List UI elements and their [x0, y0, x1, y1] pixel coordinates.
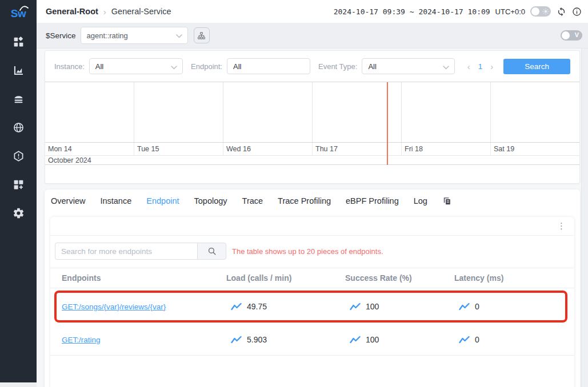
endpoint-link[interactable]: GET:/rating — [62, 336, 101, 344]
instance-filter-value: All — [95, 62, 103, 71]
sun-icon — [542, 8, 549, 15]
bar-chart-icon — [13, 64, 25, 76]
sidebar-item-alerting[interactable] — [0, 142, 37, 170]
breadcrumb-separator: › — [103, 7, 106, 17]
endpoint-list-card: ⋮ The table shows up to 20 pieces of end… — [50, 217, 574, 387]
timeline-grid — [45, 82, 579, 142]
tab-topology[interactable]: Topology — [194, 196, 227, 205]
scrollbar[interactable] — [581, 49, 588, 387]
event-filter-row: Instance: All Endpoint: Event Type: All … — [45, 51, 579, 74]
globe-icon — [13, 122, 25, 134]
event-search-button[interactable]: Search — [503, 59, 570, 74]
skywalking-app: Sw — [0, 0, 588, 387]
endpoint-card-header: ⋮ — [50, 217, 574, 236]
column-endpoints: Endpoints — [62, 273, 226, 283]
latency-value: 0 — [475, 335, 479, 344]
sidebar-footer — [0, 382, 37, 387]
trend-chart-icon[interactable] — [459, 336, 470, 344]
header-controls: 2024-10-17 09:39 ~ 2024-10-17 10:09 UTC+… — [334, 6, 582, 17]
tab-endpoint[interactable]: Endpoint — [146, 196, 179, 205]
trend-chart-icon[interactable] — [350, 336, 361, 344]
refresh-button[interactable] — [556, 6, 566, 17]
load-value: 49.75 — [247, 302, 267, 311]
copy-icon — [442, 196, 452, 206]
timeline-day-label: Tue 15 — [134, 143, 223, 155]
pager-next-button[interactable]: › — [490, 62, 493, 71]
endpoint-table-header: Endpoints Load (calls / min) Success Rat… — [50, 268, 574, 288]
timeline-day-labels: Mon 14 Tue 15 Wed 16 Thu 17 Fri 18 Sat 1… — [45, 142, 579, 155]
latency-cell: 0 — [454, 335, 574, 344]
search-icon — [207, 247, 217, 256]
timeline-cell — [490, 82, 579, 142]
endpoint-search-button[interactable] — [197, 243, 226, 260]
trend-chart-icon[interactable] — [231, 303, 242, 311]
more-options-button[interactable]: ⋮ — [557, 220, 566, 232]
refresh-icon — [557, 7, 566, 17]
timeline-day-label: Wed 16 — [223, 143, 312, 155]
tab-log[interactable]: Log — [414, 196, 427, 205]
timeline-current-time-marker — [387, 82, 388, 165]
service-bar: $Service agent::rating V — [37, 23, 588, 49]
load-cell: 49.75 — [226, 302, 345, 311]
trend-chart-icon[interactable] — [459, 303, 470, 311]
timeline-cell — [223, 82, 312, 142]
sidebar-item-service-mesh[interactable] — [0, 113, 37, 142]
event-timeline-chart[interactable]: Mon 14 Tue 15 Wed 16 Thu 17 Fri 18 Sat 1… — [45, 82, 579, 165]
tab-trace[interactable]: Trace — [242, 196, 263, 205]
timeline-day-label: Mon 14 — [45, 143, 134, 155]
table-row: GET:/rating 5.903 100 0 — [50, 324, 574, 355]
timeline-cell — [401, 82, 490, 142]
tab-instance[interactable]: Instance — [100, 196, 131, 205]
endpoint-link[interactable]: GET:/songs/{var}/reviews/{var} — [62, 303, 166, 311]
endpoint-filter-input[interactable] — [227, 58, 310, 74]
version-toggle-label: V — [575, 31, 579, 38]
endpoint-search-input[interactable] — [55, 243, 197, 260]
sidebar-item-dashboards[interactable] — [0, 27, 37, 56]
trend-chart-icon[interactable] — [350, 303, 361, 311]
sidebar-item-general-service[interactable] — [0, 56, 37, 84]
latency-value: 0 — [475, 302, 479, 311]
main-content: Instance: All Endpoint: Event Type: All … — [37, 49, 588, 387]
event-pager: ‹ 1 › — [467, 62, 494, 71]
tab-ebpf-profiling[interactable]: eBPF Profiling — [346, 196, 399, 205]
event-type-filter-select[interactable]: All — [362, 58, 454, 74]
sidebar: Sw — [0, 0, 37, 382]
dashboard-grid-icon — [13, 36, 25, 48]
tab-overview[interactable]: Overview — [51, 196, 85, 205]
service-select[interactable]: agent::rating — [81, 27, 188, 44]
column-load: Load (calls / min) — [226, 273, 345, 283]
timeline-day-label: Sat 19 — [490, 143, 579, 155]
theme-toggle[interactable] — [530, 6, 551, 17]
service-tabs: Overview Instance Endpoint Topology Trac… — [45, 190, 580, 212]
sidebar-item-marketplace[interactable] — [0, 170, 37, 199]
trend-chart-icon[interactable] — [231, 336, 242, 344]
pager-prev-button[interactable]: ‹ — [467, 62, 470, 71]
topology-hierarchy-button[interactable] — [194, 27, 210, 43]
copy-dashboard-button[interactable] — [442, 196, 452, 206]
info-button[interactable] — [571, 6, 582, 17]
load-cell: 5.903 — [226, 335, 345, 344]
event-type-filter-value: All — [368, 62, 376, 71]
endpoint-limit-notice: The table shows up to 20 pieces of endpo… — [232, 247, 383, 256]
theme-toggle-knob — [531, 7, 539, 15]
sidebar-item-settings[interactable] — [0, 199, 37, 227]
breadcrumb-current: General-Service — [111, 7, 171, 16]
event-filter-panel: Instance: All Endpoint: Event Type: All … — [45, 50, 580, 184]
timeline-cell — [134, 82, 223, 142]
pager-page-number: 1 — [478, 62, 483, 71]
org-chart-icon — [197, 31, 206, 40]
sidebar-item-layers[interactable] — [0, 84, 37, 113]
tab-trace-profiling[interactable]: Trace Profiling — [278, 196, 331, 205]
breadcrumb-root[interactable]: General-Root — [46, 7, 98, 16]
timeline-day-label: Fri 18 — [401, 143, 490, 155]
version-toggle-knob — [562, 31, 570, 39]
layers-icon — [13, 93, 25, 105]
success-rate-value: 100 — [366, 302, 379, 311]
endpoint-filter-label: Endpoint: — [191, 62, 222, 71]
top-header: General-Root › General-Service 2024-10-1… — [37, 0, 588, 23]
time-range-picker[interactable]: 2024-10-17 09:39 ~ 2024-10-17 10:09 — [334, 7, 490, 16]
skywalking-logo[interactable]: Sw — [0, 0, 37, 27]
success-rate-cell: 100 — [345, 335, 454, 344]
instance-filter-select[interactable]: All — [89, 58, 183, 74]
version-toggle[interactable]: V — [561, 30, 582, 41]
